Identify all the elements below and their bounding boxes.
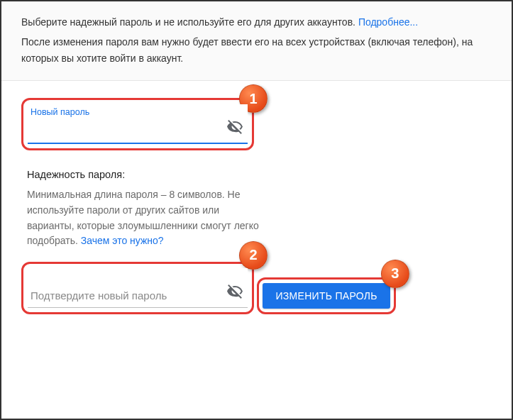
learn-more-link[interactable]: Подробнее... (358, 16, 418, 28)
password-form: 1 Новый пароль Надежность пароля: Минима… (1, 81, 512, 351)
change-password-button[interactable]: ИЗМЕНИТЬ ПАРОЛЬ (263, 283, 390, 309)
step-badge-3: 3 (381, 260, 409, 288)
new-password-input[interactable] (31, 125, 219, 138)
new-password-label: Новый пароль (31, 107, 89, 117)
intro-line-2: После изменения пароля вам нужно будет в… (21, 34, 492, 66)
strength-text: Минимальная длина пароля – 8 символов. Н… (27, 187, 268, 249)
new-password-field[interactable]: Новый пароль (28, 104, 248, 144)
why-link[interactable]: Зачем это нужно? (81, 235, 164, 246)
confirm-password-input[interactable] (31, 289, 219, 303)
highlight-submit: 3 ИЗМЕНИТЬ ПАРОЛЬ (257, 277, 395, 314)
confirm-password-field[interactable] (28, 268, 248, 308)
intro-text-1: Выберите надежный пароль и не используйт… (21, 16, 358, 28)
intro-section: Выберите надежный пароль и не используйт… (1, 1, 512, 81)
intro-line-1: Выберите надежный пароль и не используйт… (21, 14, 492, 30)
visibility-off-icon[interactable] (226, 118, 243, 136)
password-strength-info: Надежность пароля: Минимальная длина пар… (27, 169, 268, 249)
highlight-new-password: 1 Новый пароль (21, 98, 254, 150)
highlight-confirm-password: 2 (21, 262, 254, 314)
strength-title: Надежность пароля: (27, 169, 268, 180)
visibility-off-icon[interactable] (226, 283, 243, 300)
step-badge-2: 2 (239, 241, 267, 270)
